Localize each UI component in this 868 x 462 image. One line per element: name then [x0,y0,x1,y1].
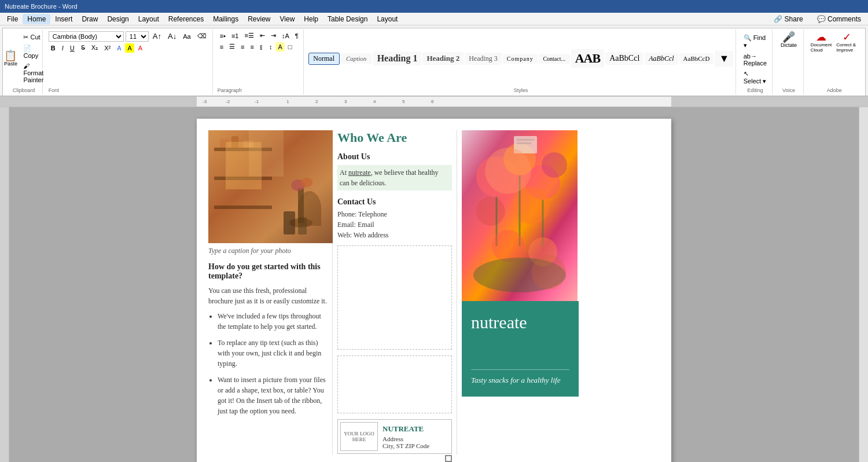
show-marks-button[interactable]: ¶ [293,31,301,41]
photo-caption[interactable]: Type a caption for your photo [208,247,328,255]
style-h3-button[interactable]: Heading 3 [465,53,502,65]
resize-handle[interactable] [445,455,452,462]
menu-references[interactable]: References [164,14,208,24]
select-button[interactable]: ↖ Select ▾ [741,69,769,86]
bullet-item-1[interactable]: We've included a few tips throughout the… [218,311,328,332]
superscript-button[interactable]: X² [102,43,113,53]
change-case-button[interactable]: Aa [181,32,193,41]
font-size-select[interactable]: 11 [126,31,149,42]
font-family-select[interactable]: Cambria (Body) [49,31,124,42]
voice-label: Voice [782,86,795,93]
menu-comments[interactable]: 💬 Comments [812,14,866,24]
replace-button[interactable]: ab→ Replace [741,52,769,68]
menu-insert[interactable]: Insert [50,14,77,24]
contact-heading[interactable]: Contact Us [337,197,452,207]
left-heading[interactable]: How do you get started with this templat… [208,262,328,281]
menu-review[interactable]: Review [243,14,275,24]
company-name[interactable]: NUTREATE [382,424,429,434]
highlight-button[interactable]: A [125,43,134,53]
who-we-are-heading[interactable]: Who We Are [337,130,452,145]
cut-button[interactable]: ✂ Cut [21,32,46,42]
grow-font-button[interactable]: A↑ [150,31,164,42]
menu-layout2[interactable]: Layout [372,14,402,24]
subscript-button[interactable]: X₂ [89,43,100,53]
align-left-button[interactable]: ≡ [218,42,226,52]
svg-point-16 [476,156,517,197]
style-contact-button[interactable]: Contact... [539,54,570,64]
borders-button[interactable]: □ [286,42,295,52]
about-heading[interactable]: About Us [337,152,452,162]
paragraph-label: Paragraph [218,86,301,93]
style-title-button[interactable]: AaBbCcl [605,52,643,65]
increase-indent-button[interactable]: ⇥ [269,31,278,41]
line-spacing-button[interactable]: ↕ [267,42,275,52]
menu-layout[interactable]: Layout [134,14,164,24]
menu-table-design[interactable]: Table Design [323,14,372,24]
paste-button[interactable]: 📋 Paste [1,49,20,68]
email-row[interactable]: Email: Email [337,221,452,229]
menu-draw[interactable]: Draw [77,14,102,24]
svg-rect-3 [214,177,272,180]
svg-rect-13 [284,211,295,234]
address-line1[interactable]: Address [382,435,429,442]
left-panel-scroll[interactable] [0,107,9,462]
style-expand-button[interactable]: ▼ [715,51,733,67]
doc-cloud-button[interactable]: ☁ Document Cloud [810,31,833,54]
clear-format-button[interactable]: ⌫ [195,31,209,41]
logo-box[interactable]: YOUR LOGO HERE [340,422,378,451]
nutreate-link[interactable]: nutreate [348,168,371,177]
document-area[interactable]: Type a caption for your photo How do you… [9,107,859,462]
bullet-item-3[interactable]: Want to insert a picture from your files… [218,375,328,416]
style-caption-button[interactable]: Caption [341,53,372,64]
correct-improve-button[interactable]: ✓ Correct & Improve [834,31,859,54]
menu-design[interactable]: Design [102,14,133,24]
style-subtitle-button[interactable]: AaBbCcl [645,53,678,65]
menu-view[interactable]: View [275,14,300,24]
multilevel-button[interactable]: ≡☰ [242,31,256,41]
menu-home[interactable]: Home [23,14,50,24]
style-aab-button[interactable]: AAB [571,49,604,68]
doc-cloud-icon: ☁ [816,32,826,42]
format-painter-button[interactable]: 🖌 Format Painter [21,61,46,85]
svg-rect-7 [243,141,253,148]
copy-button[interactable]: 📄 Copy [21,43,46,60]
sort-button[interactable]: ↕A [279,31,292,41]
italic-button[interactable]: I [60,43,66,53]
find-button[interactable]: 🔍 Find ▾ [741,33,769,50]
bullet-item-2[interactable]: To replace any tip text (such as this) w… [218,338,328,369]
decrease-indent-button[interactable]: ⇤ [258,31,267,41]
underline-button[interactable]: U [68,43,77,53]
address-line2[interactable]: City, ST ZIP Code [382,442,429,449]
style-company-button[interactable]: Company [503,54,538,64]
tagline[interactable]: Tasty snacks for a healthy life [471,369,569,385]
menu-mailings[interactable]: Mailings [208,14,243,24]
menu-help[interactable]: Help [299,14,323,24]
brand-name[interactable]: nutreate [471,313,569,332]
menu-share[interactable]: 🔗 Share [769,14,807,24]
bullets-button[interactable]: ≡• [218,31,228,41]
phone-row[interactable]: Phone: Telephone [337,210,452,219]
web-row[interactable]: Web: Web address [337,231,452,240]
svg-point-19 [476,197,505,226]
style-h2-button[interactable]: Heading 2 [422,52,464,65]
bold-button[interactable]: B [49,43,58,53]
left-body[interactable]: You can use this fresh, professional bro… [208,285,328,306]
text-effects-button[interactable]: A [115,43,123,53]
font-color-button[interactable]: A [136,43,145,53]
columns-button[interactable]: ⫿ [258,42,266,52]
shrink-font-button[interactable]: A↓ [165,31,179,42]
justify-button[interactable]: ≡ [248,42,256,52]
shading-button[interactable]: A [275,42,284,52]
style-nospace-button[interactable]: AaBbCcD [679,53,714,64]
dictate-button[interactable]: 🎤 Dictate [778,31,799,49]
right-scrollbar[interactable] [859,107,868,462]
style-h1-button[interactable]: Heading 1 [373,52,422,65]
align-right-button[interactable]: ≡ [238,42,247,52]
menu-file[interactable]: File [2,14,23,24]
strikethrough-button[interactable]: S̶ [79,43,87,53]
paste-label: Paste [4,61,17,67]
about-text[interactable]: At nutreate, we believe that healthy can… [337,165,452,190]
align-center-button[interactable]: ☰ [227,42,237,52]
style-normal-button[interactable]: Normal [308,53,340,65]
numbering-button[interactable]: ≡1 [229,31,241,41]
